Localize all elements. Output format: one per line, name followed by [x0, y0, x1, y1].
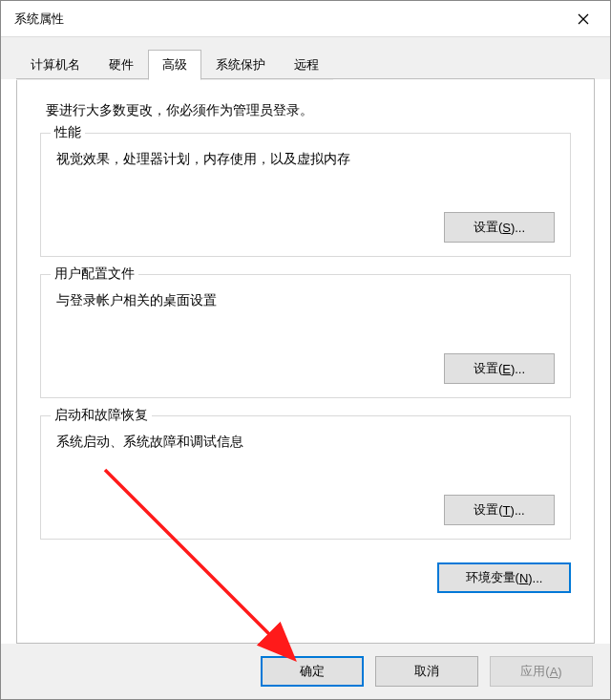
- tabstrip: 计算机名 硬件 高级 系统保护 远程: [1, 37, 610, 79]
- tab-system-protection[interactable]: 系统保护: [201, 50, 280, 80]
- startup-recovery-desc: 系统启动、系统故障和调试信息: [56, 434, 555, 451]
- cancel-button[interactable]: 取消: [375, 656, 478, 687]
- apply-button[interactable]: 应用(A): [490, 656, 593, 687]
- performance-settings-button[interactable]: 设置(S)...: [444, 212, 555, 243]
- performance-desc: 视觉效果，处理器计划，内存使用，以及虚拟内存: [56, 151, 555, 168]
- titlebar: 系统属性: [1, 1, 610, 37]
- environment-variables-button[interactable]: 环境变量(N)...: [437, 562, 571, 593]
- close-icon: [578, 13, 589, 25]
- tab-remote[interactable]: 远程: [280, 50, 333, 80]
- environment-variables-row: 环境变量(N)...: [40, 562, 571, 593]
- user-profiles-desc: 与登录帐户相关的桌面设置: [56, 292, 555, 309]
- startup-recovery-legend: 启动和故障恢复: [51, 407, 152, 424]
- dialog-footer: 确定 取消 应用(A): [1, 644, 610, 699]
- user-profiles-legend: 用户配置文件: [51, 265, 138, 283]
- performance-group: 性能 视觉效果，处理器计划，内存使用，以及虚拟内存 设置(S)...: [40, 133, 571, 257]
- admin-notice: 要进行大多数更改，你必须作为管理员登录。: [46, 102, 571, 119]
- startup-recovery-group: 启动和故障恢复 系统启动、系统故障和调试信息 设置(T)...: [40, 415, 571, 540]
- performance-legend: 性能: [51, 124, 85, 141]
- user-profiles-group: 用户配置文件 与登录帐户相关的桌面设置 设置(E)...: [40, 274, 571, 398]
- tab-content-advanced: 要进行大多数更改，你必须作为管理员登录。 性能 视觉效果，处理器计划，内存使用，…: [16, 79, 595, 644]
- tabstrip-divider: [16, 78, 595, 79]
- user-profiles-settings-button[interactable]: 设置(E)...: [444, 353, 555, 384]
- close-button[interactable]: [566, 6, 600, 32]
- tab-advanced[interactable]: 高级: [148, 50, 201, 80]
- system-properties-window: 系统属性 计算机名 硬件 高级 系统保护 远程 要进行大多数更改，你必须作为管理…: [0, 0, 611, 700]
- startup-recovery-settings-button[interactable]: 设置(T)...: [444, 495, 555, 525]
- tab-computer-name[interactable]: 计算机名: [16, 50, 95, 80]
- window-title: 系统属性: [14, 11, 566, 28]
- ok-button[interactable]: 确定: [261, 656, 364, 687]
- tab-hardware[interactable]: 硬件: [95, 50, 148, 80]
